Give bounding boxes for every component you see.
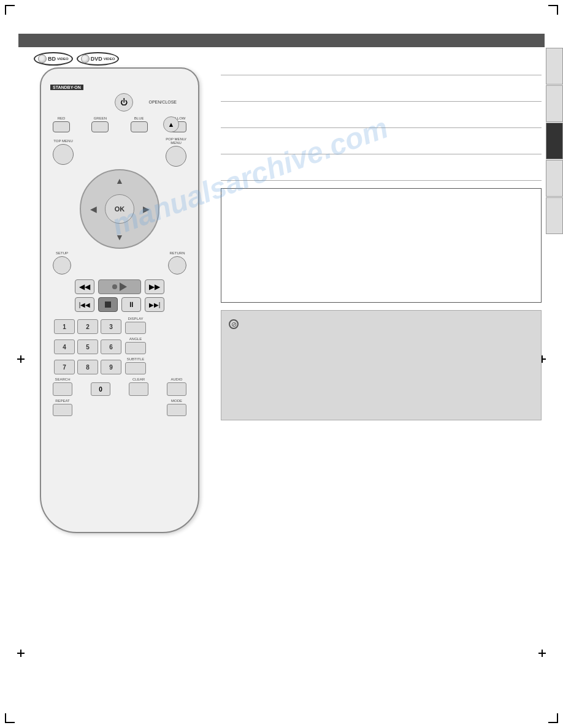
fast-forward-button[interactable]: ▶▶ <box>145 279 164 294</box>
num-3-button[interactable]: 3 <box>101 319 121 334</box>
play-button[interactable] <box>98 279 141 294</box>
num-6-button[interactable]: 6 <box>101 339 121 354</box>
dpad-right-button[interactable]: ▶ <box>137 202 155 216</box>
angle-group: ANGLE <box>125 337 146 354</box>
setup-label: SETUP <box>53 251 71 255</box>
search-label: SEARCH <box>53 377 72 381</box>
next-icon: ▶▶| <box>149 301 161 308</box>
return-button[interactable] <box>168 256 186 275</box>
corner-mark-tl <box>5 5 15 15</box>
right-tab-2[interactable] <box>546 85 563 122</box>
audio-label: AUDIO <box>167 377 186 381</box>
info-box <box>221 188 542 303</box>
repeat-label: REPEAT <box>53 399 72 403</box>
eject-icon: ▲ <box>168 121 175 128</box>
right-tab-1[interactable] <box>546 48 563 85</box>
clear-label: CLEAR <box>129 377 148 381</box>
num-5-button[interactable]: 5 <box>77 339 98 354</box>
ok-button[interactable]: OK <box>105 194 134 224</box>
numpad-row-3: 7 8 9 SUBTITLE <box>53 357 186 374</box>
right-content: ⊘ <box>221 48 542 703</box>
remote-control: STANDBY·ON OPEN/CLOSE ⏻ ▲ RED <box>40 67 199 533</box>
next-button[interactable]: ▶▶| <box>145 297 164 312</box>
red-button[interactable] <box>53 121 70 132</box>
num-7-button[interactable]: 7 <box>54 360 75 374</box>
num-4-button[interactable]: 4 <box>54 339 75 354</box>
setup-button[interactable] <box>53 256 71 275</box>
num-8-button[interactable]: 8 <box>77 360 98 374</box>
dvd-logo: DVD VIDEO <box>77 52 120 66</box>
num-0-button[interactable]: 0 <box>91 382 110 396</box>
num-2-button[interactable]: 2 <box>77 319 98 334</box>
angle-button[interactable] <box>125 342 146 354</box>
dvd-sub-label: VIDEO <box>104 57 115 61</box>
power-button[interactable]: ⏻ <box>115 93 133 112</box>
right-tab-4[interactable] <box>546 160 563 197</box>
play-dot-icon <box>112 284 117 289</box>
red-label: RED <box>53 116 70 120</box>
return-btn-group: RETURN <box>168 251 186 275</box>
mode-label: MODE <box>167 399 186 403</box>
num-9-button[interactable]: 9 <box>101 360 121 374</box>
green-button[interactable] <box>91 121 109 132</box>
rewind-button[interactable]: ◀◀ <box>75 279 94 294</box>
search-button[interactable] <box>53 382 72 396</box>
dpad-up-button[interactable]: ▲ <box>111 174 128 188</box>
eject-button[interactable]: ▲ <box>163 116 179 132</box>
num-1-button[interactable]: 1 <box>54 319 75 334</box>
note-box: ⊘ <box>221 310 542 420</box>
green-btn-group: GREEN <box>91 116 109 132</box>
pause-icon: ⏸ <box>128 300 135 309</box>
corner-mark-tr <box>548 5 558 15</box>
section-5 <box>221 159 542 181</box>
fast-forward-icon: ▶▶ <box>149 282 160 291</box>
right-tab-5[interactable] <box>546 197 563 234</box>
corner-mark-br <box>548 713 558 723</box>
pop-menu-label: POP MENU/MENU <box>166 137 186 145</box>
display-group: DISPLAY <box>125 317 146 334</box>
stop-button[interactable] <box>98 297 118 312</box>
numpad-row-1: 1 2 3 DISPLAY <box>53 317 186 334</box>
clear-button[interactable] <box>129 382 148 396</box>
return-label: RETURN <box>168 251 186 255</box>
pop-menu-button[interactable] <box>166 146 186 167</box>
mode-button[interactable] <box>167 404 186 416</box>
section-4 <box>221 133 542 154</box>
pause-button[interactable]: ⏸ <box>121 297 141 312</box>
bd-disc-icon <box>38 55 47 63</box>
play-triangle-icon <box>120 282 127 291</box>
repeat-button[interactable] <box>53 404 72 416</box>
remote-inner: STANDBY·ON OPEN/CLOSE ⏻ ▲ RED <box>50 78 189 523</box>
right-tab-3[interactable] <box>546 123 563 159</box>
bd-logo: BD VIDEO <box>34 52 73 66</box>
display-button[interactable] <box>125 322 146 334</box>
dpad-left-button[interactable]: ◀ <box>85 202 102 216</box>
pop-menu-group: POP MENU/MENU <box>166 137 186 167</box>
remote-body: STANDBY·ON OPEN/CLOSE ⏻ ▲ RED <box>40 67 199 533</box>
note-icon: ⊘ <box>229 319 239 329</box>
section-2 <box>221 80 542 102</box>
subtitle-label: SUBTITLE <box>127 357 145 361</box>
dpad-down-button[interactable]: ▼ <box>111 230 128 244</box>
subtitle-button[interactable] <box>125 362 146 374</box>
power-icon: ⏻ <box>120 98 128 107</box>
audio-button[interactable] <box>167 382 186 396</box>
menu-buttons-row: TOP MENU POP MENU/MENU <box>50 137 189 167</box>
note-text <box>245 318 532 407</box>
angle-label: ANGLE <box>129 337 142 341</box>
bottom-buttons-row: SEARCH 0 CLEAR AUDIO <box>50 377 189 396</box>
blue-btn-group: BLUE <box>131 116 148 132</box>
prev-button[interactable]: |◀◀ <box>75 297 94 312</box>
top-menu-button[interactable] <box>53 144 74 165</box>
search-group: SEARCH <box>53 377 72 396</box>
playback-row-1: ◀◀ ▶▶ <box>50 279 189 294</box>
dvd-label: DVD <box>91 56 102 62</box>
zero-group: 0 <box>91 382 110 396</box>
reg-mark-left-bottom <box>17 650 25 657</box>
dpad-ring: ▲ ▼ ◀ ▶ OK <box>80 169 159 249</box>
audio-group: AUDIO <box>167 377 186 396</box>
dpad-container: ▲ ▼ ◀ ▶ OK <box>80 169 159 249</box>
red-btn-group: RED <box>53 116 70 132</box>
logos-area: BD VIDEO DVD VIDEO <box>34 52 119 66</box>
blue-button[interactable] <box>131 121 148 132</box>
